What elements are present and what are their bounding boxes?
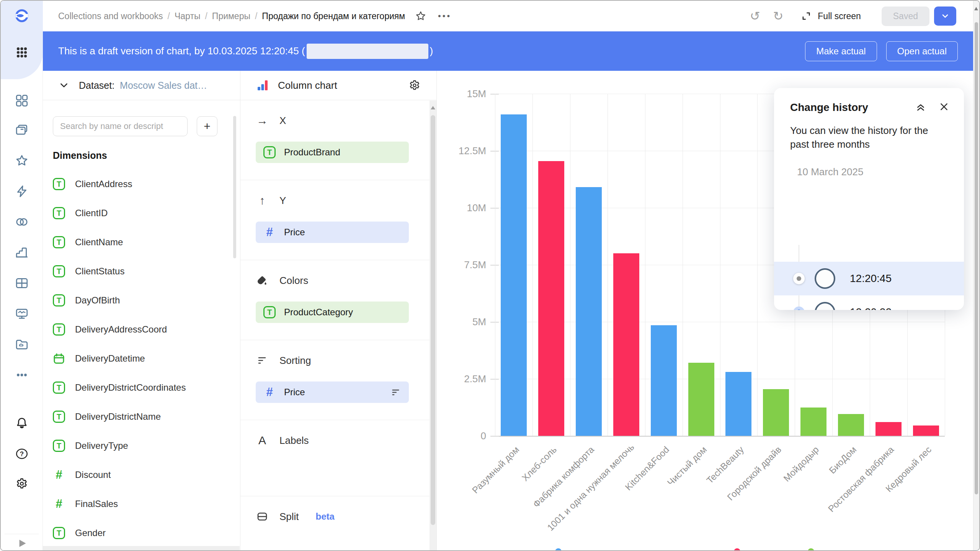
dataset-field-item[interactable]: #Discount xyxy=(43,460,240,489)
dataset-header[interactable]: Dataset: Moscow Sales dat… xyxy=(43,71,240,100)
y-section-label: Y xyxy=(279,195,286,207)
string-field-icon: T xyxy=(53,236,65,248)
avatar xyxy=(815,268,835,289)
dataset-panel-scrollbar[interactable] xyxy=(233,116,236,258)
notifications-icon[interactable] xyxy=(15,416,29,430)
breadcrumb-item[interactable]: Примеры xyxy=(212,11,250,21)
gridline-v xyxy=(608,94,608,436)
y-axis-tick-label: 0 xyxy=(437,430,486,442)
expand-rail-icon[interactable] xyxy=(15,536,29,551)
relations-icon[interactable] xyxy=(15,215,29,229)
bar[interactable] xyxy=(651,325,677,436)
bar[interactable] xyxy=(838,414,864,436)
dataset-field-item[interactable]: TDeliveryDistrictCoordinates xyxy=(43,373,240,402)
left-nav-rail: ? xyxy=(1,1,43,550)
timeline-dot-selected xyxy=(793,306,805,310)
bar[interactable] xyxy=(538,161,564,436)
open-actual-button[interactable]: Open actual xyxy=(886,41,958,61)
bar[interactable] xyxy=(501,114,527,436)
redo-icon[interactable]: ↻ xyxy=(773,10,783,22)
help-icon[interactable]: ? xyxy=(15,447,29,461)
string-field-icon: T xyxy=(53,527,65,539)
legend-dot[interactable] xyxy=(555,548,562,550)
history-item[interactable]: 12:20:45 xyxy=(774,262,964,295)
settings-icon[interactable] xyxy=(15,476,29,491)
editor-icon[interactable] xyxy=(15,184,29,199)
monitoring-icon[interactable] xyxy=(15,306,29,321)
split-section-label: Split xyxy=(279,511,299,523)
full-screen-button[interactable]: Full screen xyxy=(801,11,861,21)
history-item[interactable]: 12:20:32 xyxy=(774,295,964,310)
datalens-logo[interactable] xyxy=(15,8,29,23)
bar[interactable] xyxy=(763,389,789,436)
string-field-icon: T xyxy=(263,306,276,318)
bar[interactable] xyxy=(875,422,902,436)
field-search-input[interactable] xyxy=(53,116,188,136)
y-field-chip[interactable]: # Price xyxy=(256,222,409,243)
sorting-field-name: Price xyxy=(284,387,305,398)
breadcrumb-item[interactable]: Чарты xyxy=(175,11,200,21)
chart-type-label[interactable]: Column chart xyxy=(278,80,337,91)
legend-dot[interactable] xyxy=(734,548,740,550)
scroll-thumb[interactable] xyxy=(431,115,435,525)
x-field-chip[interactable]: T ProductBrand xyxy=(256,142,409,163)
y-axis-tick-label: 5M xyxy=(437,316,486,328)
bar[interactable] xyxy=(576,187,602,436)
dataset-field-item[interactable]: TClientAddress xyxy=(43,170,240,199)
field-name: FinalSales xyxy=(75,499,118,509)
favorites-icon[interactable] xyxy=(15,153,29,168)
collapse-icon[interactable] xyxy=(915,101,926,114)
string-field-icon: T xyxy=(53,323,65,336)
bar[interactable] xyxy=(725,372,751,436)
dataset-field-item[interactable]: TDayOfBirth xyxy=(43,286,240,315)
make-actual-button[interactable]: Make actual xyxy=(805,41,877,61)
bar[interactable] xyxy=(800,408,826,436)
bar[interactable] xyxy=(613,253,639,436)
charts-icon[interactable] xyxy=(15,245,29,260)
colors-field-chip[interactable]: T ProductCategory xyxy=(256,302,409,323)
svg-text:?: ? xyxy=(20,450,23,458)
scroll-thumb[interactable] xyxy=(975,22,978,494)
colors-section-label: Colors xyxy=(279,275,308,287)
save-button[interactable]: Saved xyxy=(882,7,929,26)
breadcrumb-item[interactable]: Collections and workbooks xyxy=(58,11,163,21)
more-icon[interactable] xyxy=(15,368,29,382)
dataset-field-item[interactable]: TClientStatus xyxy=(43,257,240,286)
bar[interactable] xyxy=(688,363,714,436)
close-icon[interactable] xyxy=(939,101,949,114)
chart-settings-gear-icon[interactable] xyxy=(408,79,421,92)
field-name: ClientID xyxy=(75,208,108,218)
favorite-star-icon[interactable] xyxy=(415,10,426,22)
scroll-up-arrow[interactable] xyxy=(431,106,435,109)
apps-menu-icon[interactable] xyxy=(15,45,29,60)
dataset-name-link[interactable]: Moscow Sales dat… xyxy=(120,80,207,91)
sort-direction-icon[interactable] xyxy=(390,387,401,398)
sorting-field-chip[interactable]: # Price xyxy=(256,381,409,403)
field-name: DeliveryAddressCoord xyxy=(75,324,167,335)
dataset-field-item[interactable]: TDeliveryType xyxy=(43,431,240,460)
y-axis-tick-label: 2.5M xyxy=(437,373,486,385)
dataset-panel-hscrollbar[interactable] xyxy=(43,546,240,550)
page-scrollbar[interactable] xyxy=(973,1,979,550)
undo-icon[interactable]: ↺ xyxy=(750,10,760,22)
save-dropdown-button[interactable] xyxy=(934,7,956,26)
scroll-up-arrow[interactable] xyxy=(974,7,978,10)
collections-icon[interactable] xyxy=(15,123,29,137)
dataset-field-item[interactable]: DeliveryDatetime xyxy=(43,344,240,373)
dataset-field-item[interactable]: TDeliveryAddressCoord xyxy=(43,315,240,344)
storage-icon[interactable] xyxy=(15,337,29,352)
add-field-button[interactable]: + xyxy=(197,116,217,136)
dataset-field-item[interactable]: TGender xyxy=(43,518,240,548)
gridline-v xyxy=(570,94,570,436)
legend-dot[interactable] xyxy=(808,548,814,550)
bar[interactable] xyxy=(913,425,939,436)
dashboards-icon[interactable] xyxy=(15,93,29,108)
tables-icon[interactable] xyxy=(15,276,29,290)
x-section: →X T ProductBrand xyxy=(240,100,436,163)
dataset-field-item[interactable]: TDeliveryDistrictName xyxy=(43,402,240,431)
dataset-field-item[interactable]: TClientName xyxy=(43,228,240,257)
dataset-field-item[interactable]: TClientID xyxy=(43,199,240,228)
more-actions-icon[interactable]: ••• xyxy=(438,11,451,21)
config-panel-scrollbar[interactable] xyxy=(430,101,436,550)
dataset-field-item[interactable]: #FinalSales xyxy=(43,489,240,518)
